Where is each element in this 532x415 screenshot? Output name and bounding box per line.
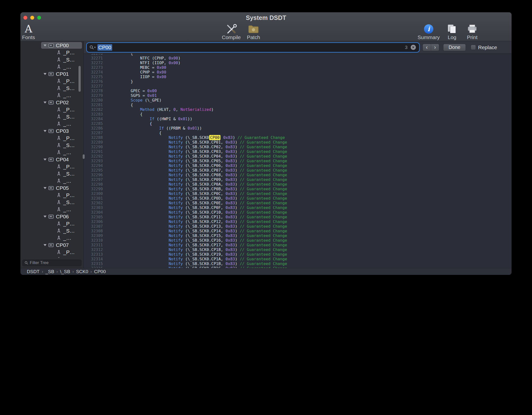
tree-item-cp02-child[interactable]: _P…: [20, 106, 83, 113]
summary-toolbar-button[interactable]: i Summary: [418, 23, 440, 40]
tree-item-cp00-child[interactable]: _P…: [20, 49, 83, 56]
tree-item-cp06-child[interactable]: _…: [20, 234, 83, 241]
tree-item-cp01[interactable]: CP01: [20, 70, 83, 77]
tree-item-cp02-child[interactable]: _S…: [20, 113, 83, 120]
done-button[interactable]: Done: [443, 44, 466, 51]
tree-item-cp00[interactable]: CP00: [20, 42, 83, 49]
zoom-window-button[interactable]: [37, 16, 41, 20]
code-token: Notify: [169, 224, 183, 229]
log-toolbar-button[interactable]: Log: [444, 23, 460, 40]
code-token: [112, 266, 169, 268]
tree-item-cp07-child[interactable]: _S…: [20, 256, 83, 258]
tree-item-cp01-child[interactable]: _…: [20, 92, 83, 99]
tree-item-label: _…: [63, 178, 71, 184]
line-number: 32305: [87, 215, 103, 219]
code-token: ): [235, 168, 240, 173]
fonts-toolbar-button[interactable]: A Fonts: [20, 23, 37, 40]
tree-item-cp03-child[interactable]: _…: [20, 149, 83, 156]
search-menu-chevron-icon[interactable]: ▾: [94, 46, 96, 49]
code-line: 32284 If ((HWPI & 0x01)): [84, 117, 512, 121]
replace-checkbox[interactable]: [471, 45, 476, 50]
clear-search-icon[interactable]: ✕: [411, 45, 416, 50]
tree-item-cp04-child[interactable]: _P…: [20, 163, 83, 170]
tree-item-cp00-child[interactable]: _…: [20, 63, 83, 70]
compass-icon: [56, 250, 61, 255]
breadcrumb-item[interactable]: SCK0: [76, 269, 88, 274]
tree-item-cp05-child[interactable]: _P…: [20, 192, 83, 199]
disclosure-triangle-icon[interactable]: [44, 44, 47, 46]
tree-item-cp04-child[interactable]: _S…: [20, 170, 83, 177]
disclosure-triangle-icon[interactable]: [44, 159, 47, 161]
code-line: 32277: [84, 84, 512, 89]
code-token: Notify: [169, 191, 183, 196]
compass-icon: [56, 136, 61, 141]
filter-tree-input[interactable]: Filter Tree: [22, 260, 81, 266]
tree-item-cp04[interactable]: CP04: [20, 156, 83, 163]
find-next-button[interactable]: ›: [431, 44, 439, 51]
code-token: NTFC (CPHP,: [112, 56, 169, 60]
print-toolbar-button[interactable]: Print: [464, 23, 480, 40]
split-divider-handle[interactable]: [83, 154, 85, 159]
window-titlebar[interactable]: System DSDT: [20, 12, 512, 23]
code-token: Notify: [169, 247, 183, 252]
disclosure-triangle-icon[interactable]: [44, 102, 47, 104]
code-token: (\_SB.SCK0.CP15,: [183, 233, 225, 238]
code-line: 32310 Notify (\_SB.SCK0.CP16, 0x83) // G…: [84, 238, 512, 243]
tree-item-cp03-child[interactable]: _P…: [20, 134, 83, 142]
close-window-button[interactable]: [23, 16, 27, 20]
code-token: Notify: [169, 252, 183, 257]
breadcrumb-item[interactable]: CP00: [94, 269, 106, 274]
tree-item-cp07[interactable]: CP07: [20, 241, 83, 249]
code-line: 32296 Notify (\_SB.SCK0.CP08, 0x83) // G…: [84, 173, 512, 177]
compile-toolbar-button[interactable]: Compile: [221, 23, 241, 40]
code-token: (\_SB.SCK0.CP0C,: [183, 191, 225, 196]
code-line: 32311 Notify (\_SB.SCK0.CP17, 0x83) // G…: [84, 243, 512, 247]
tree-item-cp02-child[interactable]: _…: [20, 120, 83, 127]
breadcrumb-item[interactable]: _SB: [45, 269, 54, 274]
tree-item-cp07-child[interactable]: _P…: [20, 249, 83, 256]
disclosure-triangle-icon[interactable]: [44, 130, 47, 132]
code-token: (\_SB.SCK0.CP02,: [183, 145, 225, 149]
line-number: 32292: [87, 154, 103, 159]
tree-item-cp01-child[interactable]: _P…: [20, 77, 83, 85]
tree-item-label: CP04: [56, 157, 69, 163]
tree-item-cp05-child[interactable]: _S…: [20, 199, 83, 206]
tree-item-cp03[interactable]: CP03: [20, 127, 83, 134]
code-token: Notify: [169, 159, 183, 163]
tree-item-cp06[interactable]: CP06: [20, 213, 83, 220]
tree-item-cp00-child[interactable]: _S…: [20, 56, 83, 63]
patch-toolbar-button[interactable]: Patch: [244, 23, 263, 40]
line-number: 32307: [87, 224, 103, 229]
code-line: 32292 Notify (\_SB.SCK0.CP04, 0x83) // G…: [84, 154, 512, 159]
code-token: (\_SB.SCK0.CP0E,: [183, 201, 225, 205]
disclosure-triangle-icon[interactable]: [44, 73, 47, 75]
disclosure-triangle-icon[interactable]: [44, 216, 47, 218]
code-token: (\_SB.SCK0: [183, 135, 209, 140]
tree-item-cp02[interactable]: CP02: [20, 99, 83, 106]
sidebar-scrollbar[interactable]: [78, 66, 81, 92]
disclosure-triangle-icon[interactable]: [44, 187, 47, 189]
tree-item-cp05[interactable]: CP05: [20, 184, 83, 192]
disclosure-triangle-icon[interactable]: [44, 244, 47, 246]
tree-item-cp04-child[interactable]: _…: [20, 177, 83, 184]
tree-item-cp03-child[interactable]: _S…: [20, 142, 83, 149]
tree-item-cp01-child[interactable]: _S…: [20, 85, 83, 92]
tree-item-cp05-child[interactable]: _…: [20, 206, 83, 213]
breadcrumb-item[interactable]: DSDT: [27, 269, 40, 274]
minimize-window-button[interactable]: [30, 16, 34, 20]
find-previous-button[interactable]: ‹: [423, 44, 431, 51]
patch-icon: [248, 25, 259, 33]
code-token: [112, 257, 169, 261]
breadcrumb-item[interactable]: \_SB: [60, 269, 70, 274]
tree-item-cp06-child[interactable]: _S…: [20, 227, 83, 234]
tree-item-cp06-child[interactable]: _P…: [20, 220, 83, 227]
search-field[interactable]: ▾ CP00 3 ✕: [87, 43, 419, 52]
print-label: Print: [467, 35, 477, 40]
code-token: ): [178, 60, 181, 65]
line-number: 32298: [87, 182, 103, 187]
tree-item-label: CP00: [56, 43, 69, 48]
code-token: (\_SB.SCK0.CP06,: [183, 163, 225, 168]
tree-item-label: _S…: [63, 114, 75, 120]
line-number: 32316: [87, 266, 103, 268]
code-editor[interactable]: 32270 {32271 NTFC (CPHP, 0x00)32272 NTFI…: [84, 54, 512, 268]
